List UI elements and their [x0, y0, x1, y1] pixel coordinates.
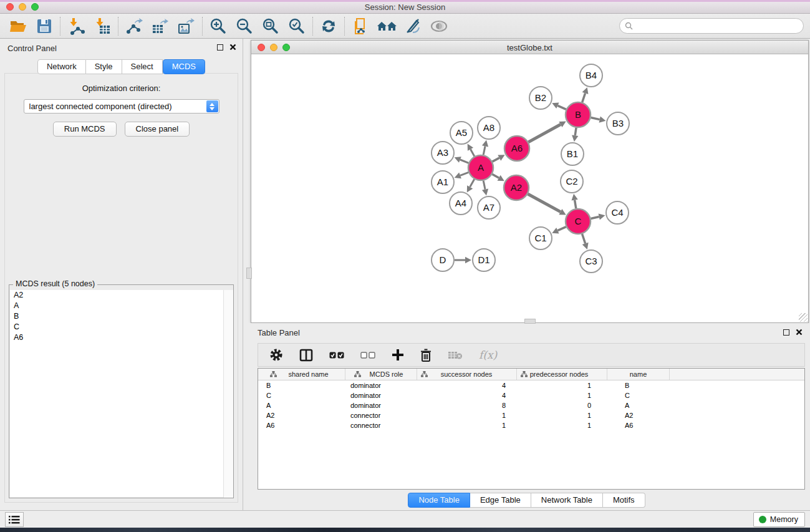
- column-header-successor-nodes[interactable]: successor nodes: [417, 369, 517, 380]
- zoom-out-button[interactable]: [231, 16, 258, 37]
- table-cell[interactable]: connector: [345, 410, 417, 420]
- node-table[interactable]: shared name MCDS role successor nodes pr…: [258, 368, 805, 490]
- graph-node-A5[interactable]: A5: [450, 122, 473, 144]
- table-cell[interactable]: dominator: [345, 380, 417, 390]
- search-input[interactable]: [633, 22, 803, 31]
- tab-edge-table[interactable]: Edge Table: [470, 493, 531, 508]
- graph-edge-A-A2[interactable]: [492, 174, 499, 178]
- zoom-selected-button[interactable]: [284, 16, 310, 37]
- table-row[interactable]: Adominator80A: [258, 400, 804, 410]
- criterion-dropdown[interactable]: largest connected component (directed): [24, 99, 219, 114]
- close-table-panel-icon[interactable]: [796, 329, 803, 336]
- graph-edge-A-A7[interactable]: [483, 181, 485, 190]
- table-cell[interactable]: A: [258, 400, 345, 410]
- memory-button[interactable]: Memory: [753, 512, 805, 527]
- home-views-button[interactable]: [374, 16, 400, 37]
- zoom-in-button[interactable]: [205, 16, 231, 37]
- table-cell[interactable]: 0: [517, 400, 607, 410]
- network-window-titlebar[interactable]: testGlobe.txt: [251, 41, 808, 54]
- column-header-name[interactable]: name: [607, 369, 670, 380]
- graph-edge-A2-C[interactable]: [528, 194, 560, 212]
- graph-node-A7[interactable]: A7: [478, 196, 500, 219]
- graph-edge-B-B4[interactable]: [582, 93, 586, 102]
- graph-node-B3[interactable]: B3: [607, 112, 629, 135]
- graph-node-C2[interactable]: C2: [561, 170, 583, 193]
- table-row[interactable]: A6connector11A6: [258, 420, 804, 430]
- column-header-shared-name[interactable]: shared name: [258, 369, 345, 380]
- graph-node-A6[interactable]: A6: [504, 136, 529, 161]
- table-cell[interactable]: B: [258, 380, 345, 390]
- column-header-predecessor-nodes[interactable]: predecessor nodes: [517, 369, 607, 380]
- import-network-button[interactable]: [63, 16, 89, 37]
- graph-node-D[interactable]: D: [432, 249, 454, 271]
- zoom-fit-button[interactable]: [258, 16, 284, 37]
- add-column-button[interactable]: [392, 349, 404, 361]
- tab-network-table[interactable]: Network Table: [531, 493, 603, 508]
- show-columns-button[interactable]: [299, 349, 313, 362]
- graph-edge-A-A5[interactable]: [471, 149, 475, 156]
- table-cell[interactable]: 1: [517, 420, 607, 430]
- graph-edge-B-B2[interactable]: [557, 105, 566, 109]
- network-canvas[interactable]: B4B2BB3A5A8A3A6B1AC2A1A4A7A2C4CC1C3DD1: [251, 54, 808, 322]
- graph-node-B1[interactable]: B1: [561, 143, 584, 165]
- export-table-button[interactable]: [147, 16, 173, 37]
- list-item[interactable]: A2: [10, 290, 233, 301]
- float-panel-icon[interactable]: [217, 44, 223, 51]
- export-network-button[interactable]: [121, 16, 147, 37]
- list-item[interactable]: A6: [10, 332, 233, 343]
- graph-edge-A-A6[interactable]: [493, 158, 499, 162]
- table-cell[interactable]: C: [607, 390, 670, 400]
- table-cell[interactable]: A2: [258, 410, 345, 420]
- function-builder-button[interactable]: f(x): [479, 349, 497, 361]
- save-session-button[interactable]: [31, 16, 57, 37]
- table-cell[interactable]: A2: [607, 410, 670, 420]
- deselect-all-button[interactable]: [360, 352, 375, 359]
- table-cell[interactable]: dominator: [345, 400, 417, 410]
- list-item[interactable]: A: [10, 301, 233, 311]
- graph-node-A3[interactable]: A3: [432, 142, 454, 164]
- graph-node-C1[interactable]: C1: [529, 227, 552, 249]
- table-cell[interactable]: connector: [345, 420, 417, 430]
- horizontal-split-handle[interactable]: [524, 319, 536, 324]
- table-cell[interactable]: A6: [607, 420, 670, 430]
- graph-node-B4[interactable]: B4: [580, 64, 602, 87]
- open-session-button[interactable]: [5, 16, 31, 37]
- vertical-split-handle[interactable]: [246, 268, 252, 279]
- table-cell[interactable]: A: [607, 400, 670, 410]
- table-cell[interactable]: 8: [417, 400, 517, 410]
- graph-node-C[interactable]: C: [566, 209, 591, 234]
- import-table-button[interactable]: [89, 16, 115, 37]
- table-cell[interactable]: 4: [417, 380, 517, 390]
- tab-style[interactable]: Style: [86, 59, 122, 74]
- graph-node-A1[interactable]: A1: [432, 171, 454, 193]
- table-cell[interactable]: dominator: [345, 390, 417, 400]
- table-cell[interactable]: 1: [517, 390, 607, 400]
- graph-edge-A-A8[interactable]: [483, 146, 485, 155]
- list-item[interactable]: B: [10, 311, 233, 322]
- mcds-result-list[interactable]: A2ABCA6: [10, 290, 233, 497]
- graph-node-B2[interactable]: B2: [529, 87, 552, 109]
- table-settings-button[interactable]: [269, 348, 283, 362]
- float-table-panel-icon[interactable]: [783, 329, 789, 336]
- tab-select[interactable]: Select: [122, 59, 163, 74]
- graph-node-B[interactable]: B: [566, 102, 591, 127]
- tab-node-table[interactable]: Node Table: [408, 493, 470, 508]
- delete-column-button[interactable]: [420, 349, 432, 362]
- search-box[interactable]: [619, 18, 804, 34]
- graph-edge-C-C1[interactable]: [557, 227, 566, 231]
- table-cell[interactable]: A6: [258, 420, 345, 430]
- show-task-history-button[interactable]: [5, 512, 24, 527]
- result-list-scrollbar[interactable]: [223, 290, 233, 498]
- graph-node-C4[interactable]: C4: [606, 201, 629, 224]
- table-row[interactable]: Cdominator41C: [258, 390, 804, 400]
- window-resize-grip[interactable]: [799, 313, 808, 322]
- tab-mcds[interactable]: MCDS: [163, 59, 205, 74]
- table-cell[interactable]: 1: [417, 410, 517, 420]
- graph-edge-C-C3[interactable]: [582, 234, 586, 244]
- graph-node-A4[interactable]: A4: [450, 192, 472, 215]
- graph-edge-C-C2[interactable]: [575, 200, 576, 209]
- show-details-button[interactable]: [426, 16, 452, 37]
- table-cell[interactable]: C: [258, 390, 345, 400]
- graph-edge-A6-B[interactable]: [528, 124, 561, 142]
- table-cell[interactable]: 4: [417, 390, 517, 400]
